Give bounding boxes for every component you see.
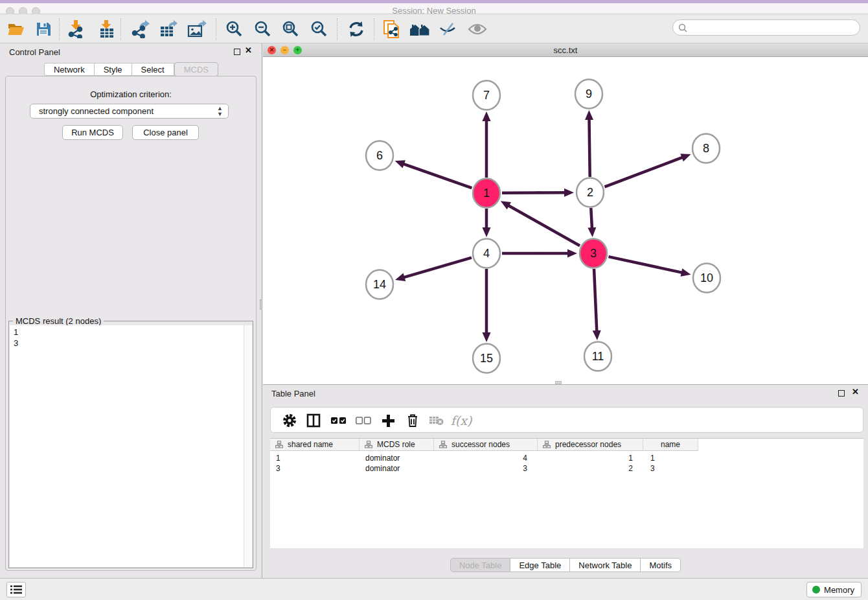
select-all-icon[interactable] [328, 410, 349, 431]
edge-3-to-11[interactable] [594, 269, 597, 332]
column-header-name[interactable]: name [643, 439, 698, 451]
select-stepper-icon: ▲▼ [217, 106, 223, 117]
table-tab-motifs[interactable]: Motifs [641, 558, 681, 572]
vertical-splitter-handle[interactable] [260, 299, 262, 310]
cell-predecessor-nodes[interactable]: 2 [538, 463, 643, 474]
import-network-icon[interactable] [65, 19, 87, 40]
zoom-out-icon[interactable] [252, 19, 274, 40]
memory-button[interactable]: Memory [806, 582, 862, 597]
mcds-result-node: 1 [14, 327, 18, 338]
export-network-icon[interactable] [130, 19, 152, 40]
edge-2-to-3[interactable] [591, 208, 592, 229]
control-tab-style[interactable]: Style [95, 63, 132, 76]
cell-shared-name[interactable]: 1 [270, 453, 360, 463]
control-panel-tabs: NetworkStyleSelectMCDS [0, 63, 262, 76]
cell-successor-nodes[interactable]: 4 [434, 453, 538, 463]
edge-4-to-14[interactable] [403, 258, 472, 278]
cell-predecessor-nodes[interactable]: 1 [538, 453, 643, 463]
graph-node-label-8: 8 [703, 142, 709, 155]
cell-successor-nodes[interactable]: 3 [434, 463, 538, 474]
cell-MCDS-role[interactable]: dominator [360, 453, 434, 463]
zoom-in-icon[interactable] [223, 19, 246, 40]
clone-network-icon[interactable] [381, 19, 403, 40]
table-settings-icon[interactable] [279, 410, 300, 431]
export-table-icon[interactable] [157, 19, 179, 40]
arrowhead-2-to-3 [588, 227, 596, 237]
show-hidden-icon[interactable] [466, 19, 488, 40]
column-header-predecessor-nodes[interactable]: predecessor nodes [538, 439, 643, 451]
control-tab-mcds[interactable]: MCDS [174, 62, 218, 76]
save-session-icon[interactable] [32, 19, 54, 40]
search-input[interactable] [691, 21, 853, 34]
main-toolbar [0, 14, 868, 43]
cell-shared-name[interactable]: 3 [270, 463, 360, 474]
graph-node-label-3: 3 [590, 247, 597, 260]
graph-node-label-15: 15 [480, 352, 493, 365]
node-table[interactable]: shared nameMCDS rolesuccessor nodesprede… [270, 438, 863, 548]
hide-selected-icon[interactable] [437, 19, 459, 40]
cell-name[interactable]: 1 [643, 453, 698, 463]
add-row-icon[interactable] [378, 410, 398, 431]
arrowhead-1-to-7 [483, 111, 491, 121]
mcds-result-title: MCDS result (2 nodes) [13, 316, 104, 326]
optimization-criterion-select[interactable]: strongly connected component ▲▼ [30, 104, 229, 119]
edge-2-to-9[interactable] [589, 118, 589, 177]
edge-3-to-1[interactable] [507, 205, 580, 246]
edge-1-to-6[interactable] [402, 163, 472, 188]
delete-table-icon[interactable] [426, 410, 447, 431]
zoom-selected-icon[interactable] [308, 19, 330, 40]
float-panel-icon[interactable] [234, 49, 240, 55]
table-tab-node-table[interactable]: Node Table [450, 558, 511, 572]
column-hierarchy-icon [275, 441, 283, 448]
delete-row-icon[interactable] [402, 410, 423, 431]
toolbar-separator [216, 18, 216, 40]
edge-3-to-10[interactable] [608, 257, 683, 273]
toolbar-separator [374, 18, 374, 40]
column-header-label: MCDS role [377, 440, 415, 449]
run-mcds-button[interactable]: Run MCDS [62, 125, 123, 140]
close-panel-button[interactable]: Close panel [132, 125, 199, 140]
deselect-all-icon[interactable] [353, 410, 374, 431]
show-all-networks-icon[interactable] [409, 19, 431, 40]
graph-node-label-11: 11 [592, 350, 604, 363]
show-columns-icon[interactable] [303, 410, 324, 431]
control-tab-select[interactable]: Select [132, 63, 174, 76]
arrowhead-4-to-15 [483, 332, 491, 342]
arrowhead-4-to-3 [567, 249, 577, 258]
float-table-panel-icon[interactable] [838, 390, 845, 397]
arrowhead-3-to-10 [681, 268, 691, 277]
refresh-layout-icon[interactable] [345, 19, 367, 40]
column-hierarchy-icon [543, 441, 551, 448]
edge-2-to-8[interactable] [604, 157, 683, 187]
table-tab-network-table[interactable]: Network Table [570, 558, 641, 572]
column-hierarchy-icon [439, 441, 447, 448]
table-toolbar: f(x) [270, 407, 863, 433]
cell-name[interactable]: 3 [643, 463, 698, 474]
table-tab-edge-table[interactable]: Edge Table [510, 558, 570, 572]
table-row[interactable]: 1dominator411 [270, 453, 863, 463]
zoom-fit-icon[interactable] [280, 19, 302, 40]
column-header-successor-nodes[interactable]: successor nodes [434, 439, 538, 451]
close-table-panel-icon[interactable]: ✕ [852, 387, 859, 397]
network-window-titlebar[interactable]: ✕ − + scc.txt [263, 43, 868, 57]
export-image-icon[interactable] [186, 19, 208, 40]
network-view-title: scc.txt [263, 45, 868, 55]
task-history-button[interactable] [6, 582, 26, 597]
result-scrollbar[interactable] [244, 325, 252, 567]
graph-node-label-10: 10 [700, 271, 713, 284]
open-session-icon[interactable] [5, 19, 27, 40]
toolbar-separator [59, 18, 60, 40]
network-canvas[interactable]: 7968124314101511 [263, 57, 868, 384]
apply-function-icon[interactable]: f(x) [451, 410, 472, 431]
search-box[interactable] [672, 19, 860, 36]
cell-MCDS-role[interactable]: dominator [360, 463, 434, 474]
column-header-shared-name[interactable]: shared name [270, 439, 360, 451]
column-header-MCDS-role[interactable]: MCDS role [360, 439, 434, 451]
close-panel-icon[interactable]: ✕ [245, 45, 252, 55]
network-graph[interactable]: 7968124314101511 [263, 57, 868, 384]
import-table-icon[interactable] [96, 19, 118, 40]
edge-1-to-2[interactable] [502, 192, 566, 193]
control-tab-network[interactable]: Network [44, 63, 95, 76]
table-row[interactable]: 3dominator323 [270, 463, 863, 474]
mcds-result-textarea[interactable]: 13 [10, 325, 252, 567]
